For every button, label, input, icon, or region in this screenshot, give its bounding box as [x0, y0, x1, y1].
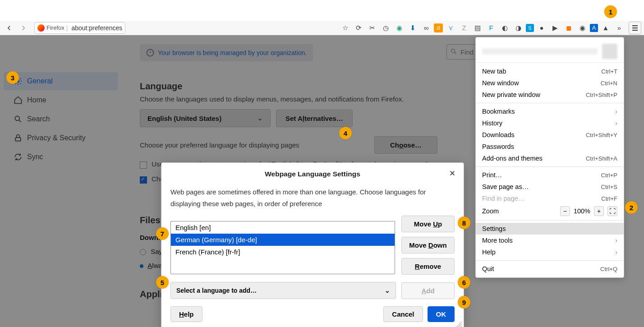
menu-settings[interactable]: Settings [476, 223, 624, 235]
zoom-out-button[interactable]: − [560, 206, 570, 216]
ext-icon-13[interactable]: ◉ [576, 22, 588, 34]
badge-7: 7 [156, 227, 169, 240]
ext-icon-7[interactable]: F [485, 22, 497, 34]
menu-new-tab[interactable]: New tabCtrl+T [476, 65, 624, 77]
language-list[interactable]: English [en] German (Germany) [de-de] Fr… [170, 221, 395, 274]
avatar-icon [602, 44, 617, 59]
menu-more-tools[interactable]: More tools› [476, 235, 624, 246]
reader-icon[interactable]: ▤ [472, 22, 483, 34]
ext-icon-1[interactable]: ✂ [366, 22, 378, 34]
app-menu: New tabCtrl+T New windowCtrl+N New priva… [475, 37, 624, 278]
badge-3: 3 [6, 71, 19, 84]
ext-icon-14[interactable]: A [590, 24, 598, 32]
resize-handle-icon[interactable] [456, 321, 463, 327]
add-button[interactable]: Add [401, 282, 455, 299]
menu-account-header[interactable] [476, 40, 624, 63]
rss-icon[interactable]: ◼ [563, 22, 575, 34]
ext-icon-3[interactable]: ∞ [420, 22, 432, 34]
menu-history[interactable]: History› [476, 117, 624, 129]
ext-icon-11[interactable]: ● [536, 22, 547, 34]
badge-4: 4 [339, 127, 352, 139]
forward-button[interactable] [17, 22, 30, 34]
app-menu-button[interactable] [629, 22, 641, 34]
menu-zoom: Zoom − 100% + ⛶ [476, 204, 624, 218]
badge-6: 6 [458, 276, 470, 289]
zoom-in-button[interactable]: + [594, 206, 604, 216]
help-button[interactable]: Help [170, 306, 202, 322]
add-select-label: Select a language to add… [176, 287, 257, 294]
star-icon[interactable]: ☆ [339, 22, 351, 34]
dialog-desc: Web pages are sometimes offered in more … [170, 186, 455, 209]
badge-2: 2 [625, 201, 638, 214]
overflow-icon[interactable]: » [613, 22, 625, 34]
ext-icon-15[interactable]: ▲ [600, 22, 612, 34]
back-button[interactable] [3, 22, 15, 34]
badge-1: 1 [604, 5, 617, 18]
zoom-value: 100% [574, 207, 590, 215]
firefox-logo-icon [37, 24, 45, 32]
url-bar[interactable]: Firefox | about:preferences [34, 22, 125, 34]
fullscreen-button[interactable]: ⛶ [607, 206, 617, 216]
menu-bookmarks[interactable]: Bookmarks› [476, 106, 624, 117]
lang-item-de[interactable]: German (Germany) [de-de] [171, 234, 395, 246]
menu-passwords[interactable]: Passwords [476, 141, 624, 152]
clock-icon[interactable]: ◷ [380, 22, 391, 34]
ext-icon-2[interactable]: ◉ [393, 22, 405, 34]
menu-downloads[interactable]: DownloadsCtrl+Shift+Y [476, 129, 624, 141]
dialog-title: Webpage Language Settings [170, 170, 455, 178]
badge-8: 8 [458, 216, 470, 229]
browser-toolbar: Firefox | about:preferences ☆ ⟳ ✂ ◷ ◉ ⬇ … [0, 21, 644, 35]
menu-addons[interactable]: Add-ons and themesCtrl+Shift+A [476, 152, 624, 164]
ext-icon-10[interactable]: S [526, 24, 534, 32]
download-icon[interactable]: ⬇ [407, 22, 419, 34]
chevron-down-icon: ⌄ [385, 287, 390, 294]
close-icon[interactable] [447, 168, 457, 178]
ext-icon-5[interactable]: ⋎ [445, 22, 456, 34]
ext-icon-8[interactable]: ◐ [499, 22, 511, 34]
ok-button[interactable]: OK [428, 306, 455, 322]
reload-icon[interactable]: ⟳ [353, 22, 364, 34]
lang-item-fr[interactable]: French (France) [fr-fr] [171, 246, 395, 258]
lang-item-en[interactable]: English [en] [171, 221, 395, 234]
menu-save-as[interactable]: Save page as…Ctrl+S [476, 181, 624, 193]
badge-5: 5 [156, 276, 169, 289]
menu-help[interactable]: Help› [476, 246, 624, 258]
language-settings-dialog: Webpage Language Settings Web pages are … [161, 162, 464, 327]
menu-quit[interactable]: QuitCtrl+Q [476, 263, 624, 275]
ext-icon-6[interactable]: Z [458, 22, 470, 34]
badge-9: 9 [458, 296, 470, 309]
menu-print[interactable]: Print…Ctrl+P [476, 169, 624, 181]
cancel-button[interactable]: Cancel [383, 306, 423, 322]
menu-new-private[interactable]: New private windowCtrl+Shift+P [476, 89, 624, 101]
add-language-select[interactable]: Select a language to add… ⌄ [170, 282, 396, 299]
identity-label: Firefox [46, 24, 64, 31]
url-text: about:preferences [71, 24, 122, 32]
move-up-button[interactable]: Move Up [401, 216, 455, 232]
remove-button[interactable]: Remove [401, 258, 455, 275]
ext-icon-9[interactable]: ◑ [512, 22, 524, 34]
ext-icon-12[interactable]: ▶ [549, 22, 561, 34]
ext-icon-4[interactable]: d [434, 23, 443, 32]
menu-new-window[interactable]: New windowCtrl+N [476, 77, 624, 89]
move-down-button[interactable]: Move Down [401, 237, 455, 253]
menu-find: Find in page…Ctrl+F [476, 193, 624, 204]
